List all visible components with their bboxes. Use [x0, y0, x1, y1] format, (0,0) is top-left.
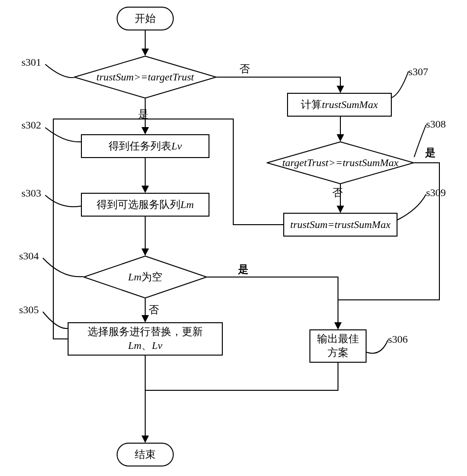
ref-s308: s308 [426, 118, 446, 130]
edge-label-yes-bold: 是 [238, 262, 248, 277]
edge-label-yes: 是 [138, 107, 149, 121]
process-s303-text: 得到可选服务队列 [97, 198, 180, 210]
terminator-end-label: 结束 [135, 448, 156, 462]
edge-label-no: 否 [149, 303, 159, 317]
process-s305-var2: Lv [152, 339, 162, 351]
process-s305-var1: Lm [128, 339, 141, 351]
process-s302: 得到任务列表Lv [81, 134, 209, 158]
decision-s304: Lm为空 [83, 256, 207, 298]
edge-label-no: 否 [332, 186, 343, 200]
decision-s301: trustSum>=targetTrust [74, 56, 217, 99]
process-s309: trustSum=trustSumMax [283, 213, 397, 237]
process-s307: 计算trustSumMax [287, 93, 392, 117]
ref-s302: s302 [21, 119, 41, 131]
process-s306-line1: 输出最佳 [317, 333, 359, 345]
ref-s305: s305 [19, 304, 39, 316]
process-s306-line2: 方案 [328, 347, 348, 358]
decision-s304-text: 为空 [141, 271, 162, 283]
process-s305-sep: 、 [141, 339, 152, 351]
decision-s301-label: trustSum>=targetTrust [74, 56, 217, 99]
process-s302-text: 得到任务列表 [109, 140, 171, 152]
ref-s306: s306 [388, 333, 408, 346]
ref-s309: s309 [426, 187, 446, 199]
process-s306: 输出最佳 方案 [309, 329, 367, 363]
terminator-start: 开始 [117, 7, 174, 30]
flowchart-canvas: 开始 trustSum>=targetTrust 得到任务列表Lv 得到可选服务… [0, 0, 467, 476]
decision-s304-var: Lm [128, 271, 141, 283]
process-s305: 选择服务进行替换，更新 Lm、Lv [68, 322, 223, 356]
process-s302-var: Lv [171, 140, 182, 152]
ref-s301: s301 [21, 56, 41, 69]
ref-s303: s303 [21, 187, 41, 199]
terminator-start-label: 开始 [135, 12, 156, 26]
ref-s304: s304 [19, 250, 39, 262]
edge-label-yes-bold: 是 [425, 146, 436, 160]
ref-s307: s307 [408, 66, 428, 78]
process-s307-text: 计算 [301, 99, 322, 110]
edge-label-no: 否 [239, 62, 250, 76]
terminator-end: 结束 [117, 443, 174, 466]
decision-s304-label: Lm为空 [83, 256, 207, 298]
decision-s308-label: targetTrust>=trustSumMax [267, 141, 414, 184]
process-s303-var: Lm [180, 198, 194, 210]
process-s309-text: trustSum=trustSumMax [290, 218, 390, 232]
process-s303: 得到可选服务队列Lm [81, 193, 209, 217]
process-s307-var: trustSumMax [322, 99, 378, 110]
flow-arrows [0, 0, 467, 476]
decision-s308: targetTrust>=trustSumMax [267, 141, 414, 184]
process-s305-line1: 选择服务进行替换，更新 [88, 326, 203, 337]
